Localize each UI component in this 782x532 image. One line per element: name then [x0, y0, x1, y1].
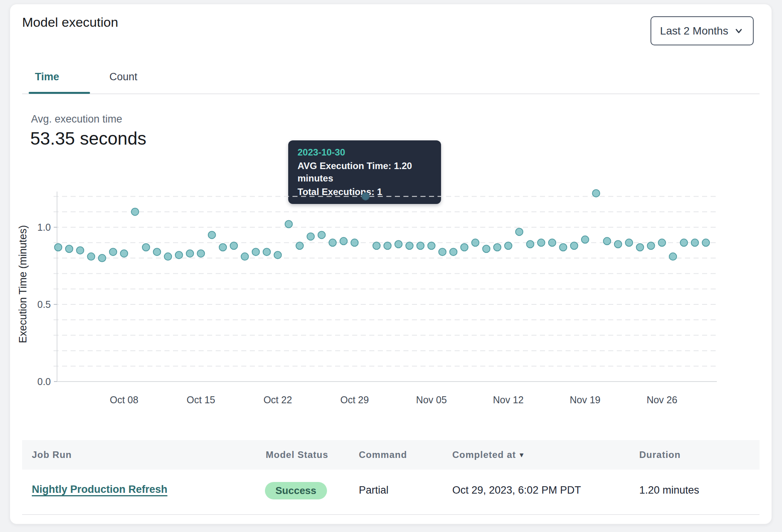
page-title: Model execution: [22, 15, 118, 30]
data-point[interactable]: [538, 239, 545, 246]
data-point[interactable]: [175, 251, 183, 259]
data-point[interactable]: [592, 190, 600, 197]
x-tick-label: Nov 19: [570, 394, 600, 405]
avg-execution-time-value: 53.35 seconds: [30, 128, 146, 149]
data-point[interactable]: [296, 242, 303, 249]
table-row: Nightly Production Refresh Success Parti…: [22, 470, 760, 514]
tab-count[interactable]: Count: [109, 71, 137, 83]
data-point[interactable]: [702, 239, 709, 246]
status-badge: Success: [265, 482, 327, 499]
data-point[interactable]: [428, 242, 435, 249]
data-point[interactable]: [66, 245, 73, 252]
data-point[interactable]: [99, 254, 106, 262]
x-tick-label: Nov 26: [647, 394, 677, 405]
column-header-model-status: Model Status: [266, 449, 328, 460]
command-cell: Partial: [359, 484, 389, 496]
data-point-highlighted[interactable]: [362, 193, 369, 200]
data-point[interactable]: [274, 251, 282, 259]
data-point[interactable]: [208, 231, 216, 238]
data-point[interactable]: [494, 244, 501, 251]
data-point[interactable]: [109, 248, 117, 256]
status-badge-label: Success: [275, 485, 317, 497]
x-tick-label: Oct 22: [263, 394, 292, 405]
column-header-job-run: Job Run: [32, 449, 72, 460]
data-point[interactable]: [373, 242, 380, 249]
data-point[interactable]: [252, 248, 260, 256]
data-point[interactable]: [636, 244, 644, 251]
data-point[interactable]: [230, 242, 237, 249]
x-tick-label: Oct 29: [340, 394, 369, 405]
table-header-row: Job Run Model Status Command Completed a…: [22, 440, 760, 470]
data-point[interactable]: [604, 237, 611, 245]
tab-time[interactable]: Time: [35, 71, 59, 83]
data-point[interactable]: [658, 239, 666, 246]
data-point[interactable]: [285, 221, 292, 228]
data-point[interactable]: [559, 244, 567, 251]
date-range-dropdown[interactable]: Last 2 Months: [651, 16, 754, 45]
x-tick-label: Oct 08: [110, 394, 138, 405]
data-point[interactable]: [505, 242, 512, 249]
data-point[interactable]: [571, 242, 578, 249]
tooltip-avg-execution-time: AVG Execution Time: 1.20 minutes: [298, 160, 432, 185]
data-point[interactable]: [164, 253, 172, 260]
data-point[interactable]: [318, 231, 325, 238]
data-point[interactable]: [340, 237, 347, 245]
data-point[interactable]: [691, 239, 699, 246]
data-point[interactable]: [153, 248, 161, 256]
data-point[interactable]: [526, 240, 534, 248]
x-tick-label: Nov 05: [416, 394, 447, 405]
data-point[interactable]: [669, 253, 676, 260]
data-point[interactable]: [581, 236, 589, 243]
data-point[interactable]: [87, 253, 95, 260]
data-point[interactable]: [241, 253, 249, 260]
y-tick-label: 1.0: [37, 222, 51, 233]
data-point[interactable]: [439, 248, 446, 256]
data-point[interactable]: [450, 248, 457, 256]
data-point[interactable]: [351, 239, 358, 246]
sort-descending-icon: ▾: [520, 451, 524, 459]
avg-execution-time-label: Avg. execution time: [31, 113, 122, 125]
data-point[interactable]: [131, 208, 139, 216]
data-point[interactable]: [406, 242, 413, 249]
execution-time-scatter-chart: 0.00.51.0Oct 08Oct 15Oct 22Oct 29Nov 05N…: [0, 182, 782, 415]
data-point[interactable]: [55, 244, 62, 251]
y-tick-label: 0.0: [37, 376, 51, 387]
row-divider: [22, 514, 760, 515]
data-point[interactable]: [384, 242, 391, 249]
data-point[interactable]: [548, 239, 556, 246]
column-header-command: Command: [359, 449, 407, 460]
data-point[interactable]: [625, 239, 633, 246]
tooltip-date: 2023-10-30: [298, 146, 432, 159]
data-point[interactable]: [395, 240, 402, 248]
data-point[interactable]: [186, 250, 194, 257]
completed-at-cell: Oct 29, 2023, 6:02 PM PDT: [452, 484, 581, 496]
data-point[interactable]: [417, 242, 424, 249]
active-tab-underline: [29, 92, 90, 94]
data-point[interactable]: [142, 244, 150, 251]
x-tick-label: Nov 12: [493, 394, 524, 405]
data-point[interactable]: [120, 250, 128, 257]
data-point[interactable]: [307, 233, 314, 240]
data-point[interactable]: [263, 248, 270, 256]
x-tick-label: Oct 15: [187, 394, 215, 405]
data-point[interactable]: [329, 239, 336, 246]
data-point[interactable]: [647, 242, 655, 249]
column-header-completed-at[interactable]: Completed at▾: [452, 449, 524, 460]
date-range-label: Last 2 Months: [660, 25, 728, 37]
column-header-duration: Duration: [639, 449, 681, 460]
data-point[interactable]: [219, 244, 227, 251]
data-point[interactable]: [516, 228, 523, 235]
duration-cell: 1.20 minutes: [639, 484, 699, 496]
data-point[interactable]: [483, 245, 490, 252]
job-run-link[interactable]: Nightly Production Refresh: [32, 484, 168, 496]
data-point[interactable]: [76, 247, 84, 254]
y-tick-label: 0.5: [37, 299, 51, 310]
data-point[interactable]: [680, 239, 688, 246]
data-point[interactable]: [472, 239, 479, 246]
data-point[interactable]: [461, 244, 468, 251]
data-point[interactable]: [614, 240, 622, 248]
tab-bar-divider: [22, 93, 760, 94]
chevron-down-icon: [734, 26, 744, 36]
data-point[interactable]: [197, 250, 204, 257]
completed-at-label: Completed at: [452, 449, 516, 460]
